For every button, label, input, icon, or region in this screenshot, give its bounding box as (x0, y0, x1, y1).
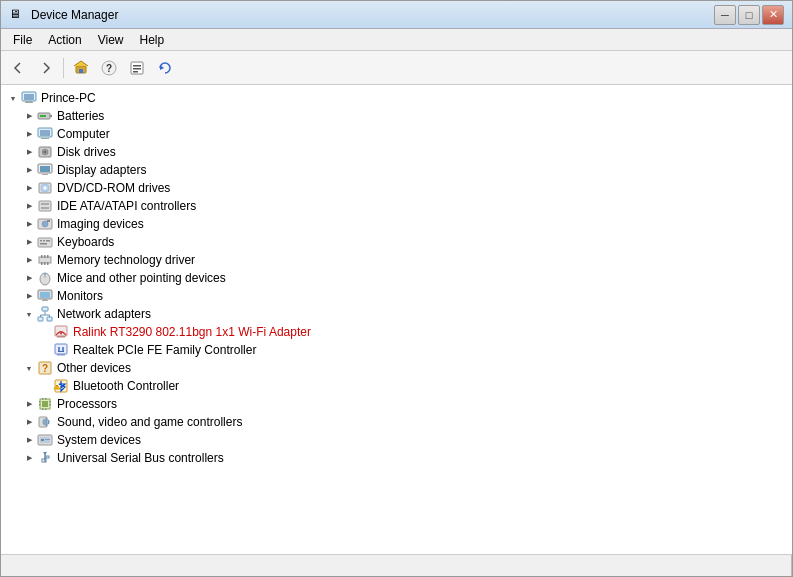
tree-item-imaging[interactable]: Imaging devices (1, 215, 792, 233)
svg-rect-62 (57, 336, 65, 338)
svg-rect-56 (47, 317, 52, 321)
device-tree: Prince-PC Batteries (1, 85, 792, 554)
tree-toggle-memory[interactable] (21, 252, 37, 268)
minimize-button[interactable]: ─ (714, 5, 736, 25)
svg-rect-78 (39, 404, 41, 406)
tree-toggle-root[interactable] (5, 90, 21, 106)
tree-toggle-disk[interactable] (21, 144, 37, 160)
svg-rect-55 (38, 317, 43, 321)
tree-item-memory[interactable]: Memory technology driver (1, 251, 792, 269)
other-label: Other devices (57, 361, 131, 375)
svg-rect-24 (42, 174, 48, 175)
tree-toggle-batteries[interactable] (21, 108, 37, 124)
svg-rect-81 (42, 398, 44, 400)
tree-item-system[interactable]: System devices (1, 431, 792, 449)
svg-rect-29 (41, 203, 49, 205)
svg-point-21 (44, 151, 46, 153)
svg-point-49 (44, 273, 47, 275)
tree-item-bluetooth[interactable]: ! Bluetooth Controller (1, 377, 792, 395)
svg-rect-65 (57, 354, 65, 356)
status-panel-left (1, 555, 792, 576)
tree-toggle-monitors[interactable] (21, 288, 37, 304)
update-button[interactable] (152, 55, 178, 81)
forward-button[interactable] (33, 55, 59, 81)
svg-marker-8 (160, 65, 164, 70)
device-manager-window: 🖥 Device Manager ─ □ ✕ File Action View … (0, 0, 793, 577)
tree-item-realtek[interactable]: Realtek PCIe FE Family Controller (1, 341, 792, 359)
title-bar-buttons: ─ □ ✕ (714, 5, 784, 25)
tree-item-computer[interactable]: Computer (1, 125, 792, 143)
ralink-label: Ralink RT3290 802.11bgn 1x1 Wi-Fi Adapte… (73, 325, 311, 339)
svg-rect-76 (42, 401, 48, 407)
tree-item-dvd[interactable]: DVD/CD-ROM drives (1, 179, 792, 197)
properties-button[interactable] (124, 55, 150, 81)
display-icon (37, 162, 53, 178)
svg-rect-43 (47, 255, 49, 258)
tree-item-monitors[interactable]: Monitors (1, 287, 792, 305)
processors-label: Processors (57, 397, 117, 411)
svg-rect-68 (58, 351, 64, 352)
svg-rect-1 (79, 69, 83, 73)
bluetooth-label: Bluetooth Controller (73, 379, 179, 393)
svg-rect-34 (38, 238, 52, 247)
svg-rect-36 (43, 240, 45, 242)
back-button[interactable] (5, 55, 31, 81)
computer-item-icon (37, 126, 53, 142)
tree-item-network[interactable]: Network adapters (1, 305, 792, 323)
menu-view[interactable]: View (90, 31, 132, 49)
menu-action[interactable]: Action (40, 31, 89, 49)
tree-toggle-display[interactable] (21, 162, 37, 178)
tree-toggle-computer[interactable] (21, 126, 37, 142)
tree-toggle-other[interactable] (21, 360, 37, 376)
tree-item-display[interactable]: Display adapters (1, 161, 792, 179)
disk-icon (37, 144, 53, 160)
tree-item-ide[interactable]: IDE ATA/ATAPI controllers (1, 197, 792, 215)
svg-point-63 (60, 333, 62, 335)
tree-item-root[interactable]: Prince-PC (1, 89, 792, 107)
svg-rect-14 (50, 115, 52, 117)
tree-toggle-usb[interactable] (21, 450, 37, 466)
svg-rect-10 (24, 94, 34, 100)
batteries-label: Batteries (57, 109, 104, 123)
svg-rect-35 (40, 240, 42, 242)
tree-item-processors[interactable]: Processors (1, 395, 792, 413)
svg-rect-84 (45, 409, 47, 411)
tree-toggle-imaging[interactable] (21, 216, 37, 232)
up-button[interactable] (68, 55, 94, 81)
menu-file[interactable]: File (5, 31, 40, 49)
svg-rect-79 (50, 401, 52, 403)
tree-toggle-system[interactable] (21, 432, 37, 448)
tree-item-usb[interactable]: Universal Serial Bus controllers (1, 449, 792, 467)
tree-toggle-network[interactable] (21, 306, 37, 322)
svg-rect-42 (44, 255, 46, 258)
svg-rect-7 (133, 71, 138, 73)
dvd-icon (37, 180, 53, 196)
tree-item-sound[interactable]: Sound, video and game controllers (1, 413, 792, 431)
tree-item-ralink[interactable]: Ralink RT3290 802.11bgn 1x1 Wi-Fi Adapte… (1, 323, 792, 341)
tree-toggle-processors[interactable] (21, 396, 37, 412)
imaging-label: Imaging devices (57, 217, 144, 231)
svg-rect-6 (133, 68, 141, 70)
tree-toggle-sound[interactable] (21, 414, 37, 430)
tree-item-disk[interactable]: Disk drives (1, 143, 792, 161)
svg-rect-53 (43, 299, 47, 301)
close-button[interactable]: ✕ (762, 5, 784, 25)
svg-rect-23 (40, 166, 50, 172)
tree-toggle-dvd[interactable] (21, 180, 37, 196)
computer-label: Computer (57, 127, 110, 141)
tree-item-other[interactable]: ? Other devices (1, 359, 792, 377)
memory-icon (37, 252, 53, 268)
tree-item-keyboards[interactable]: Keyboards (1, 233, 792, 251)
svg-rect-12 (26, 101, 32, 103)
tree-toggle-mice[interactable] (21, 270, 37, 286)
tree-item-batteries[interactable]: Batteries (1, 107, 792, 125)
tree-toggle-keyboards[interactable] (21, 234, 37, 250)
tree-toggle-ide[interactable] (21, 198, 37, 214)
maximize-button[interactable]: □ (738, 5, 760, 25)
tree-item-mice[interactable]: Mice and other pointing devices (1, 269, 792, 287)
svg-rect-46 (47, 262, 49, 265)
monitor-icon (37, 288, 53, 304)
help-icon-button[interactable]: ? (96, 55, 122, 81)
menu-help[interactable]: Help (132, 31, 173, 49)
svg-rect-64 (55, 344, 67, 354)
